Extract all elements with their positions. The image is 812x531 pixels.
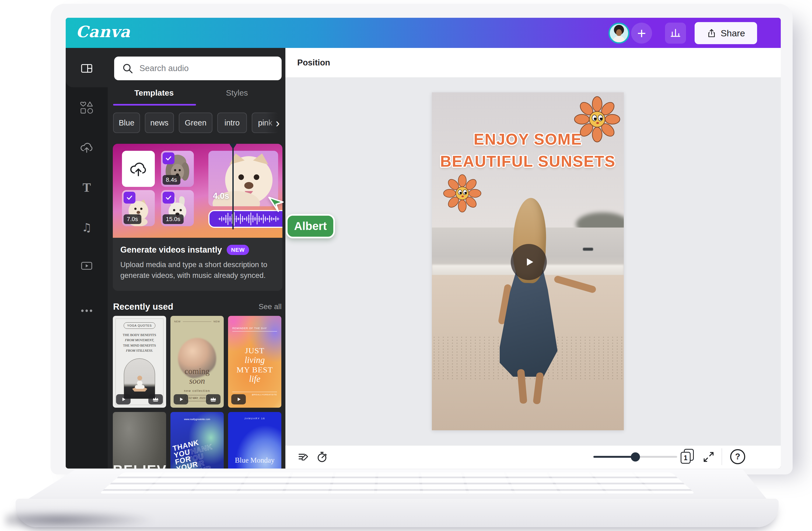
- help-button[interactable]: ?: [730, 449, 745, 464]
- filter-chip-green[interactable]: Green: [179, 113, 213, 133]
- timer-icon: [316, 451, 328, 463]
- template-thumb-coming-soon[interactable]: NEWNEW coming soon new collection 02 MAY…: [171, 316, 224, 408]
- tab-styles[interactable]: Styles: [197, 88, 277, 98]
- search-input[interactable]: [140, 63, 263, 73]
- crown-icon: [209, 396, 217, 402]
- yoga-badge: YOGA QUOTES: [124, 322, 155, 329]
- thanks-text: THANKYOU FORYOUR: [172, 439, 203, 469]
- play-icon: [120, 396, 127, 403]
- clip-checkbox-checked[interactable]: [124, 192, 135, 204]
- believe-text: BELIEVE: [113, 462, 166, 469]
- preview-duration-label: 4.0s: [213, 191, 229, 201]
- collaborator-cursor-icon: [267, 196, 284, 213]
- design-page[interactable]: ENJOY SOME BEAUTIFUL SUNSETS: [432, 92, 624, 430]
- app-header: Canva +: [66, 18, 781, 48]
- editor-canvas-area: Position ENJOY SOME: [285, 48, 781, 469]
- position-button[interactable]: Position: [297, 58, 330, 68]
- play-icon: [520, 253, 538, 271]
- editor-footer-bar: 1 ?: [285, 446, 781, 469]
- share-upload-icon: [707, 28, 716, 38]
- sidebar-item-audio[interactable]: ♫: [78, 219, 95, 236]
- promo-description: Upload media and type a short descriptio…: [120, 259, 274, 281]
- flower-sticker-top-right[interactable]: [574, 96, 620, 142]
- tab-templates[interactable]: Templates: [114, 88, 194, 98]
- coming-subtitle: new collection: [171, 389, 224, 392]
- new-badge: NEW: [227, 245, 249, 255]
- fullscreen-button[interactable]: [701, 450, 715, 464]
- avatar[interactable]: [608, 23, 629, 44]
- cloud-upload-icon: [79, 140, 94, 155]
- yoga-quote: THE BODY BENEFITS FROM MOVEMENT, THE MIN…: [113, 332, 166, 354]
- template-thumb-blue-monday[interactable]: JANUARY 16 Blue Monday: [228, 412, 281, 469]
- template-thumb-thank-you[interactable]: www.reallygreatsite.com THANKYOU FORYOUR…: [171, 412, 224, 469]
- coming-date-pill: 02 MAY, 2023: [185, 395, 209, 401]
- plus-icon: +: [637, 25, 646, 42]
- elements-icon: [80, 101, 94, 115]
- laptop-screen-bezel: Canva +: [50, 4, 793, 474]
- design-icon: [80, 61, 94, 75]
- filter-chip-intro[interactable]: intro: [217, 113, 247, 133]
- laptop-shadow: [5, 511, 156, 529]
- monday-title: Blue Monday: [228, 456, 281, 464]
- playhead-line[interactable]: [232, 145, 234, 229]
- sidebar-rail: T ♫: [66, 48, 108, 469]
- soon-title: soon: [171, 376, 224, 386]
- create-design-button[interactable]: +: [631, 23, 652, 44]
- sidebar-item-elements[interactable]: [78, 99, 95, 116]
- share-label: Share: [721, 28, 745, 39]
- filter-chip-news[interactable]: news: [145, 113, 174, 133]
- sidebar-item-uploads[interactable]: [78, 139, 95, 156]
- sidebar-item-more[interactable]: [78, 302, 95, 319]
- pro-crown-badge: [148, 394, 163, 404]
- video-play-badge: [174, 394, 188, 404]
- footer-divider: [722, 448, 722, 465]
- check-icon: [165, 194, 172, 201]
- clip-checkbox-checked[interactable]: [163, 153, 174, 164]
- search-box[interactable]: [114, 57, 281, 80]
- yoga-figure: [124, 359, 155, 399]
- sidebar-item-text[interactable]: T: [78, 179, 95, 196]
- app-window: Canva +: [66, 18, 781, 469]
- expand-arrows-icon: [703, 451, 714, 463]
- template-thumb-yoga-quotes[interactable]: YOGA QUOTES THE BODY BENEFITS FROM MOVEM…: [113, 316, 166, 408]
- chevron-right-icon[interactable]: ›: [276, 116, 280, 130]
- clip-checkbox-checked[interactable]: [163, 192, 174, 204]
- search-icon: [122, 62, 133, 74]
- clip-duration-badge: 15.0s: [163, 214, 184, 224]
- timer-button[interactable]: [315, 450, 329, 464]
- generate-videos-promo-card[interactable]: 8.4s 7.0s 15.0s 4.0s: [113, 144, 282, 291]
- photo-boat: [583, 248, 593, 251]
- sidebar-item-videos[interactable]: [78, 257, 95, 274]
- promo-title: Generate videos instantly: [120, 245, 222, 255]
- pages-button[interactable]: 1: [681, 449, 695, 464]
- recently-used-title: Recently used: [113, 302, 173, 312]
- crown-icon: [152, 396, 159, 402]
- text-icon: T: [83, 181, 91, 195]
- video-play-badge: [231, 394, 246, 404]
- chip-row-fade: [265, 113, 283, 133]
- help-icon: ?: [735, 452, 740, 461]
- living-text: JUST living MY BEST life: [228, 346, 281, 384]
- bar-chart-icon: [670, 27, 681, 39]
- filter-chip-blue[interactable]: Blue: [113, 113, 140, 133]
- see-all-link[interactable]: See all: [259, 302, 281, 311]
- design-heading-line2[interactable]: BEAUTIFUL SUNSETS: [432, 152, 624, 170]
- collaborator-name-badge: Albert: [286, 214, 335, 238]
- share-button[interactable]: Share: [695, 22, 757, 44]
- monday-date: JANUARY 16: [228, 417, 281, 420]
- zoom-slider-thumb[interactable]: [631, 453, 640, 461]
- template-thumb-just-living[interactable]: REMINDER OF THE DAY JUST living MY BEST …: [228, 316, 281, 408]
- flower-sticker-left[interactable]: [443, 174, 481, 213]
- template-thumb-believe[interactable]: BELIEVE: [113, 412, 166, 469]
- more-dots-icon: [80, 308, 94, 313]
- promo-caption: Generate videos instantly NEW Upload med…: [113, 238, 282, 291]
- video-play-button[interactable]: [511, 244, 547, 280]
- notes-icon: [298, 451, 310, 463]
- sidebar-item-design[interactable]: [78, 60, 95, 77]
- laptop-keyboard-deck: [27, 470, 767, 500]
- canva-logo[interactable]: Canva: [76, 23, 130, 41]
- insights-button[interactable]: [665, 23, 686, 44]
- avatar-image: [610, 24, 628, 42]
- upload-tile: [122, 151, 155, 187]
- notes-button[interactable]: [297, 450, 311, 464]
